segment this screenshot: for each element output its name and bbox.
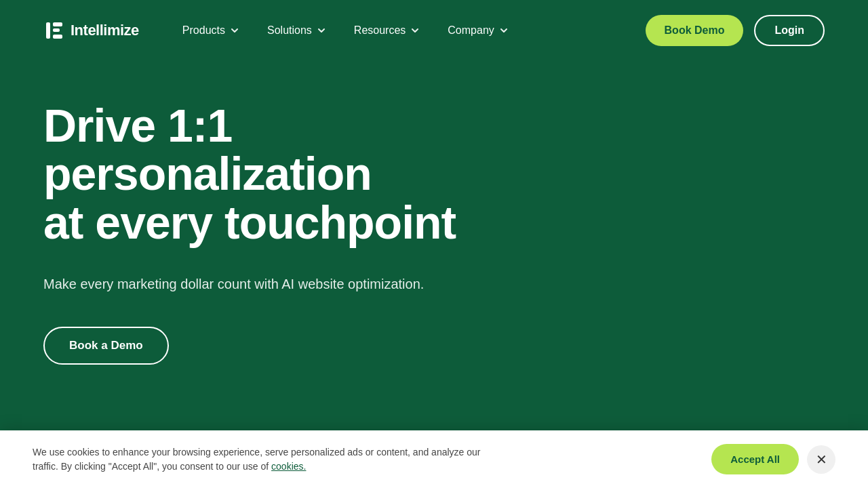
chevron-down-icon-resources	[410, 25, 420, 36]
navbar-right: Book Demo Login	[646, 15, 825, 46]
navbar: Intellimize Products Solutions Resources	[0, 0, 868, 61]
cookie-link[interactable]: cookies.	[271, 461, 306, 472]
nav-links: Products Solutions Resources Company	[172, 19, 520, 42]
cookie-text: We use cookies to enhance your browsing …	[33, 445, 507, 474]
svg-rect-1	[53, 22, 62, 26]
navbar-left: Intellimize Products Solutions Resources	[43, 19, 520, 42]
close-cookie-button[interactable]: ✕	[807, 445, 835, 474]
chevron-down-icon-company	[498, 25, 509, 36]
cookie-text-before-link: We use cookies to enhance your browsing …	[33, 447, 480, 472]
logo-name: Intellimize	[71, 22, 139, 39]
nav-label-solutions: Solutions	[267, 24, 312, 37]
svg-rect-2	[53, 28, 60, 32]
close-icon: ✕	[816, 451, 827, 468]
logo[interactable]: Intellimize	[43, 20, 139, 41]
nav-item-resources[interactable]: Resources	[343, 19, 431, 42]
chevron-down-icon-solutions	[316, 25, 327, 36]
svg-rect-0	[46, 22, 50, 39]
nav-item-solutions[interactable]: Solutions	[256, 19, 338, 42]
login-button[interactable]: Login	[754, 15, 825, 46]
hero-section: Drive 1:1 personalization at every touch…	[0, 61, 529, 365]
hero-heading-line1: Drive 1:1 personalization	[43, 100, 372, 199]
chevron-down-icon-products	[229, 25, 240, 36]
nav-item-products[interactable]: Products	[172, 19, 251, 42]
nav-label-products: Products	[182, 24, 225, 37]
nav-item-company[interactable]: Company	[437, 19, 519, 42]
nav-label-resources: Resources	[354, 24, 406, 37]
cookie-banner: We use cookies to enhance your browsing …	[0, 430, 868, 488]
accept-all-button[interactable]: Accept All	[711, 444, 799, 474]
logo-icon	[43, 20, 65, 41]
hero-heading: Drive 1:1 personalization at every touch…	[43, 102, 486, 247]
cookie-actions: Accept All ✕	[711, 444, 835, 474]
svg-rect-3	[53, 35, 62, 39]
nav-label-company: Company	[448, 24, 494, 37]
hero-heading-line2: at every touchpoint	[43, 197, 456, 248]
hero-subtext: Make every marketing dollar count with A…	[43, 274, 437, 294]
nav-book-demo-button[interactable]: Book Demo	[646, 15, 744, 46]
hero-book-demo-button[interactable]: Book a Demo	[43, 327, 169, 365]
